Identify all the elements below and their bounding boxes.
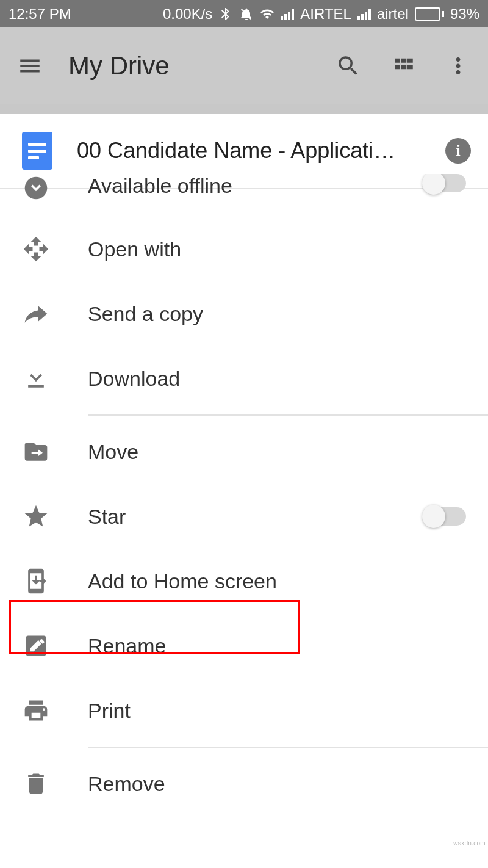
menu-add-home[interactable]: Add to Home screen <box>0 549 488 613</box>
bluetooth-icon <box>218 7 233 21</box>
menu-label: Move <box>88 440 138 464</box>
menu-label: Download <box>88 367 180 391</box>
offline-icon <box>22 174 50 202</box>
menu-open-with[interactable]: Open with <box>0 217 488 281</box>
carrier-2: airtel <box>377 5 409 23</box>
status-bar: 12:57 PM 0.00K/s AIRTEL airtel 93% <box>0 0 488 27</box>
menu-label: Add to Home screen <box>88 570 277 593</box>
menu-star[interactable]: Star <box>0 484 488 549</box>
status-right-cluster: 0.00K/s AIRTEL airtel 93% <box>163 5 479 23</box>
add-home-icon <box>22 567 50 595</box>
rename-icon <box>22 632 50 660</box>
hamburger-icon <box>17 53 43 79</box>
dnd-icon <box>239 7 254 21</box>
battery-pct: 93% <box>450 5 479 23</box>
battery-icon <box>415 7 444 21</box>
search-icon <box>336 53 361 79</box>
menu-label: Send a copy <box>88 302 203 326</box>
page-title: My Drive <box>68 51 170 81</box>
offline-toggle[interactable] <box>423 174 466 192</box>
menu-send-copy[interactable]: Send a copy <box>0 281 488 346</box>
download-icon <box>22 364 50 392</box>
menu-move[interactable]: Move <box>0 419 488 484</box>
bottom-sheet: 00 Candidate Name - Applicati… i Availab… <box>0 114 488 816</box>
open-with-icon <box>22 235 50 263</box>
search-button[interactable] <box>332 49 365 82</box>
menu-download[interactable]: Download <box>0 346 488 411</box>
menu-remove[interactable]: Remove <box>0 751 488 816</box>
signal-2-icon <box>357 8 371 20</box>
watermark: wsxdn.com <box>453 840 486 847</box>
menu-label: Remove <box>88 772 165 796</box>
carrier-1: AIRTEL <box>300 5 351 23</box>
menu-label: Open with <box>88 237 181 261</box>
menu-button[interactable] <box>13 49 46 82</box>
star-toggle[interactable] <box>423 507 466 526</box>
menu-available-offline[interactable]: Available offline <box>0 174 488 217</box>
send-icon <box>22 300 50 328</box>
menu-list: Available offline Open with Send a copy … <box>0 174 488 816</box>
status-time: 12:57 PM <box>9 5 71 23</box>
signal-1-icon <box>281 8 294 20</box>
docs-file-icon <box>22 132 52 170</box>
menu-print[interactable]: Print <box>0 678 488 743</box>
move-icon <box>22 438 50 466</box>
wifi-icon <box>260 7 274 21</box>
menu-label: Available offline <box>88 174 232 198</box>
grid-view-button[interactable] <box>387 49 420 82</box>
trash-icon <box>22 770 50 798</box>
data-rate: 0.00K/s <box>163 5 212 23</box>
divider <box>88 747 488 748</box>
menu-label: Star <box>88 505 126 529</box>
star-icon <box>22 502 50 530</box>
grid-icon <box>390 53 416 79</box>
overflow-button[interactable] <box>442 49 475 82</box>
app-bar: My Drive <box>0 27 488 104</box>
menu-label: Print <box>88 699 131 723</box>
more-vert-icon <box>445 53 471 79</box>
print-icon <box>22 696 50 725</box>
menu-rename[interactable]: Rename <box>0 613 488 678</box>
menu-label: Rename <box>88 634 167 658</box>
info-button[interactable]: i <box>445 138 471 164</box>
file-title: 00 Candidate Name - Applicati… <box>77 138 421 164</box>
divider <box>88 414 488 416</box>
